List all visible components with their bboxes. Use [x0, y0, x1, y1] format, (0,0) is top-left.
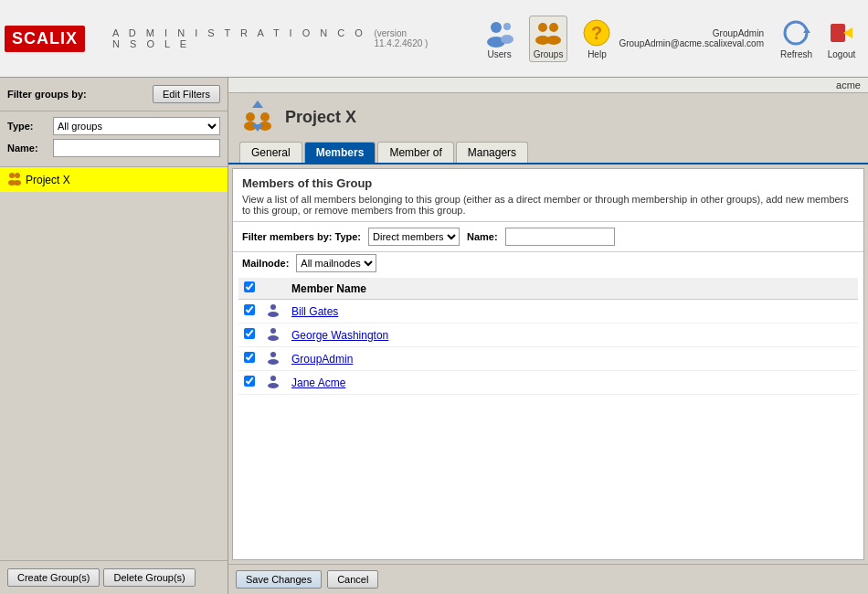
group-header: Project X	[228, 93, 868, 142]
filter-type-row: Type: All groups	[7, 117, 220, 135]
right-toolbar: GroupAdmin GroupAdmin@acme.scalixeval.co…	[619, 18, 863, 59]
logout-label: Logout	[828, 49, 856, 59]
refresh-toolbar-btn[interactable]: Refresh	[780, 18, 812, 59]
help-label: Help	[587, 49, 607, 59]
top-bar: SCALIX A D M I N I S T R A T I O N C O N…	[0, 0, 868, 78]
table-row: Bill Gates	[238, 300, 858, 324]
main-layout: Filter groups by: Edit Filters Type: All…	[0, 78, 868, 594]
svg-point-23	[270, 304, 276, 310]
svg-marker-10	[803, 27, 810, 33]
sidebar-footer: Create Group(s) Delete Group(s)	[0, 560, 228, 594]
svg-point-30	[268, 383, 279, 388]
mailnode-label: Mailnode:	[242, 258, 289, 269]
col-check	[238, 278, 260, 300]
svg-point-24	[268, 312, 279, 317]
svg-point-27	[270, 352, 276, 357]
create-group-button[interactable]: Create Group(s)	[7, 568, 100, 587]
members-desc: View a list of all members belonging to …	[233, 192, 863, 222]
group-item-projectx[interactable]: Project X	[0, 167, 228, 192]
members-type-select[interactable]: Direct members All members	[368, 228, 460, 246]
svg-point-18	[246, 112, 255, 122]
table-row: GroupAdmin	[238, 347, 858, 371]
member-table: Member Name Bill Gates	[233, 278, 863, 559]
cancel-button[interactable]: Cancel	[327, 570, 378, 589]
app-title: A D M I N I S T R A T I O N C O N S O L …	[112, 27, 366, 49]
content-footer: Save Changes Cancel	[228, 564, 868, 594]
filter-header: Filter groups by: Edit Filters	[0, 78, 228, 111]
user-name: GroupAdmin	[619, 28, 764, 38]
svg-point-15	[15, 173, 20, 178]
svg-point-0	[491, 22, 502, 33]
user-info: GroupAdmin GroupAdmin@acme.scalixeval.co…	[619, 28, 764, 48]
tab-managers[interactable]: Managers	[456, 142, 528, 163]
save-changes-button[interactable]: Save Changes	[236, 570, 322, 589]
svg-point-16	[14, 180, 21, 186]
col-icon	[260, 278, 286, 300]
content-area: acme Project X General	[228, 78, 868, 594]
member-checkbox-2[interactable]	[244, 352, 255, 363]
tab-members[interactable]: Members	[304, 142, 376, 163]
member-icon	[266, 302, 281, 317]
user-email: GroupAdmin@acme.scalixeval.com	[619, 38, 764, 48]
member-icon	[266, 326, 281, 341]
delete-group-button[interactable]: Delete Group(s)	[103, 568, 195, 587]
edit-filters-button[interactable]: Edit Filters	[153, 85, 220, 103]
sidebar: Filter groups by: Edit Filters Type: All…	[0, 78, 228, 594]
member-name-link[interactable]: Jane Acme	[291, 377, 345, 389]
groups-icon	[534, 18, 563, 48]
logout-toolbar-btn[interactable]: Logout	[827, 18, 856, 59]
help-toolbar-btn[interactable]: ? Help	[582, 18, 611, 59]
group-title: Project X	[285, 108, 356, 127]
col-member-name: Member Name	[286, 278, 858, 300]
members-panel: Members of this Group View a list of all…	[232, 168, 864, 560]
content-topbar: acme	[228, 78, 868, 93]
group-item-icon	[7, 171, 22, 188]
member-name-link[interactable]: George Washington	[291, 329, 388, 342]
svg-point-6	[549, 23, 558, 32]
filter-form: Type: All groups Name:	[0, 111, 228, 167]
tabs-bar: General Members Member of Managers	[228, 142, 868, 164]
member-checkbox-0[interactable]	[244, 304, 255, 315]
svg-point-3	[501, 35, 513, 44]
group-header-icon	[239, 99, 276, 136]
members-title: Members of this Group	[233, 169, 863, 192]
svg-point-4	[538, 23, 547, 32]
users-icon	[485, 18, 514, 48]
member-checkbox-1[interactable]	[244, 328, 255, 339]
svg-point-28	[268, 359, 279, 365]
groups-toolbar-btn[interactable]: Groups	[529, 16, 568, 62]
member-checkbox-3[interactable]	[244, 376, 255, 387]
table-row: Jane Acme	[238, 371, 858, 395]
acme-label: acme	[836, 80, 861, 90]
filter-name-label: Name:	[467, 231, 498, 242]
members-filter-bar: Filter members by: Type: Direct members …	[233, 222, 863, 252]
svg-marker-17	[252, 101, 263, 108]
refresh-label: Refresh	[780, 49, 812, 59]
filter-groups-label: Filter groups by:	[7, 89, 87, 100]
type-label: Type:	[7, 121, 53, 132]
name-input[interactable]	[53, 139, 220, 157]
help-icon: ?	[582, 18, 611, 48]
svg-point-20	[260, 112, 270, 122]
group-item-name: Project X	[26, 174, 70, 186]
svg-point-2	[503, 23, 511, 30]
members-name-filter[interactable]	[505, 228, 615, 246]
users-label: Users	[488, 49, 512, 59]
tab-general[interactable]: General	[239, 142, 302, 163]
filter-type-label: Filter members by: Type:	[242, 231, 361, 242]
members-tbody: Bill Gates George Washington GroupAdmin	[238, 300, 858, 395]
mailnode-select[interactable]: All mailnodes	[296, 254, 376, 272]
type-select[interactable]: All groups	[53, 117, 220, 135]
svg-point-13	[9, 173, 15, 178]
member-name-link[interactable]: GroupAdmin	[291, 353, 353, 366]
svg-point-29	[270, 376, 276, 381]
mailnode-row: Mailnode: All mailnodes	[233, 252, 863, 278]
svg-rect-11	[831, 24, 845, 42]
users-toolbar-btn[interactable]: Users	[485, 18, 514, 59]
select-all-checkbox[interactable]	[244, 281, 255, 292]
logo-area: SCALIX	[5, 26, 85, 52]
logo: SCALIX	[5, 26, 85, 52]
member-name-link[interactable]: Bill Gates	[291, 305, 338, 318]
tab-member-of[interactable]: Member of	[377, 142, 453, 163]
version-text: (version 11.4.2.4620 )	[374, 28, 440, 48]
